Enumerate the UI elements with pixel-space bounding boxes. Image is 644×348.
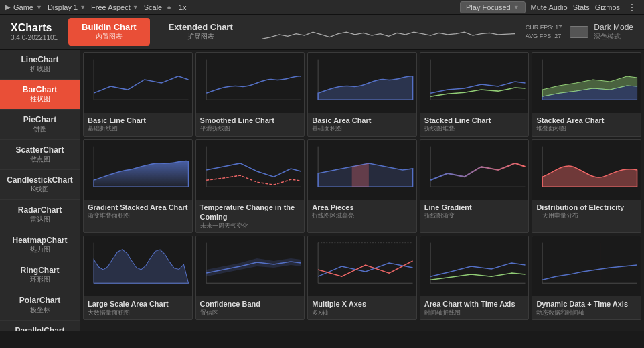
chart-card-area_stack[interactable]: Stacked Area Chart堆叠面积图 [532,52,641,137]
play-focused-button[interactable]: Play Focused ▼ [460,1,526,13]
brand-logo: XCharts 3.4.0-20221101 [11,22,58,41]
play-focused-label: Play Focused [466,3,511,11]
sidebar-zh: 散点图 [7,155,73,164]
scale-label: Scale [144,3,163,11]
chart-preview-confidence [196,236,305,296]
chart-card-temp[interactable]: Temperature Change in the Coming未来一周天气变化 [195,139,305,233]
mute-label: Mute Audio [531,3,568,11]
game-icon: ▶ [5,3,11,11]
tab-extended[interactable]: Extended Chart 扩展图表 [155,18,246,46]
sidebar-zh: 雷达图 [7,215,73,224]
dark-mode-checkbox[interactable] [570,26,588,38]
brand-title: XCharts [11,22,58,34]
chart-zh: 未来一周天气变化 [200,222,301,230]
chart-en: Dynamic Data + Time Axis [536,299,637,309]
sidebar-zh: 饼图 [7,124,73,134]
sidebar-item-ringchart[interactable]: RingChart环形图 [0,260,80,290]
sidebar-en: RadarChart [7,205,73,215]
chart-info-temp: Temperature Change in the Coming未来一周天气变化 [196,200,305,232]
chart-card-dynamic[interactable]: Dynamic Data + Time Axis动态数据和时间轴 [532,236,641,320]
game-menu[interactable]: ▶ Game ▼ [5,3,42,11]
sidebar-item-barchart[interactable]: BarChart柱状图 [0,80,80,110]
chart-en: Basic Area Chart [312,116,412,125]
chart-info-line_stack: Stacked Line Chart折线图堆叠 [420,113,529,136]
chart-info-electricity: Distribution of Electricity一天用电量分布 [532,200,641,223]
chart-preview-line_smooth [196,53,305,113]
sidebar-item-piechart[interactable]: PieChart饼图 [0,110,80,140]
chart-zh: 折线图区域高亮 [312,212,412,220]
dark-mode-sublabel: 深色模式 [594,32,633,41]
chart-card-area_basic[interactable]: Basic Area Chart基础面积图 [307,52,417,137]
chart-card-large_area[interactable]: Large Scale Area Chart大数据量面积图 [83,236,193,320]
sidebar-en: PieChart [7,115,73,124]
more-options-button[interactable]: ⋮ [625,3,639,12]
chart-preview-temp [196,140,305,200]
chart-card-electricity[interactable]: Distribution of Electricity一天用电量分布 [532,139,641,233]
chart-preview-area_basic [308,53,416,113]
chart-en: Distribution of Electricity [536,203,637,212]
chart-card-area_gradient[interactable]: Gradient Stacked Area Chart渐变堆叠面积图 [83,139,193,233]
mute-audio-button[interactable]: Mute Audio [531,3,568,11]
chart-preview-area_pieces [308,140,416,200]
game-label: Game [13,3,33,11]
sidebar-item-linechart[interactable]: LineChart折线图 [0,50,80,80]
sidebar-zh: 极坐标 [7,305,73,315]
sidebar-item-scatterchart[interactable]: ScatterChart散点图 [0,140,80,170]
chart-preview-dynamic [532,236,641,296]
sidebar-item-parallelchart[interactable]: ParallelChart平行坐标 [0,321,80,331]
chart-card-confidence[interactable]: Confidence Band置信区 [195,236,305,320]
chart-card-line_basic[interactable]: Basic Line Chart基础折线图 [83,52,193,137]
stats-label: Stats [573,3,590,11]
sidebar-zh: K线图 [7,185,73,194]
chart-card-line_gradient[interactable]: Line Gradient折线图渐变 [420,139,530,233]
chart-preview-area_gradient [84,140,192,200]
chart-info-time_axis: Area Chart with Time Axis时间轴折线图 [420,296,529,319]
sidebar-en: ParallelChart [7,326,73,331]
sidebar-en: BarChart [7,85,73,94]
gizmos-button[interactable]: Gizmos [595,3,620,11]
chart-card-line_smooth[interactable]: Smoothed Line Chart平滑折线图 [195,52,305,137]
chart-en: Line Gradient [424,203,525,212]
sidebar-en: PolarChart [7,296,73,305]
aspect-dropdown[interactable]: Free Aspect ▼ [91,3,139,11]
sidebar-zh: 热力图 [7,245,73,254]
dark-mode-label: Dark Mode [594,23,633,32]
dark-mode-toggle[interactable]: Dark Mode 深色模式 [570,23,633,41]
sidebar-item-polarchart[interactable]: PolarChart极坐标 [0,290,80,321]
chart-zh: 渐变堆叠面积图 [88,212,188,220]
chart-info-large_area: Large Scale Area Chart大数据量面积图 [84,296,192,319]
sidebar-item-candlestickchart[interactable]: CandlestickChartK线图 [0,170,80,200]
display-dropdown[interactable]: Display 1 ▼ [48,3,86,11]
chart-en: Temperature Change in the Coming [200,203,301,222]
chart-info-area_basic: Basic Area Chart基础面积图 [308,113,416,136]
stats-button[interactable]: Stats [573,3,590,11]
chart-card-time_axis[interactable]: Area Chart with Time Axis时间轴折线图 [420,236,530,320]
chart-zh: 基础折线图 [88,125,188,133]
tab-buildin[interactable]: Buildin Chart 内置图表 [68,18,150,46]
chart-zh: 动态数据和时间轴 [536,309,637,317]
chart-info-area_gradient: Gradient Stacked Area Chart渐变堆叠面积图 [84,200,192,223]
dark-mode-text: Dark Mode 深色模式 [594,23,633,41]
fps-display: CUR FPS: 17 AVG FPS: 27 [526,23,562,40]
chart-grid: Basic Line Chart基础折线图 Smoothed Line Char… [80,50,644,331]
chart-card-multi_x[interactable]: Multiple X Axes多X轴 [307,236,417,320]
chart-preview-line_basic [84,53,192,113]
tab-buildin-sublabel: 内置图表 [82,32,137,41]
brand-subtitle: 3.4.0-20221101 [11,34,58,41]
chart-en: Large Scale Area Chart [88,299,188,309]
sidebar-item-heatmapchart[interactable]: HeatmapChart热力图 [0,230,80,260]
aspect-label: Free Aspect [91,3,131,11]
chart-info-line_basic: Basic Line Chart基础折线图 [84,113,192,136]
sidebar-item-radarchart[interactable]: RadarChart雷达图 [0,200,80,230]
chart-info-confidence: Confidence Band置信区 [196,296,305,319]
chart-zh: 时间轴折线图 [424,309,525,317]
chart-card-area_pieces[interactable]: Area Pieces折线图区域高亮 [307,139,417,233]
chart-card-line_stack[interactable]: Stacked Line Chart折线图堆叠 [420,52,530,137]
sidebar: LineChart折线图BarChart柱状图PieChart饼图Scatter… [0,50,80,331]
chart-zh: 堆叠面积图 [536,125,637,133]
tab-buildin-label: Buildin Chart [82,22,137,32]
display-arrow: ▼ [80,4,86,11]
game-dropdown-arrow: ▼ [36,4,42,11]
chart-preview-time_axis [420,236,529,296]
gizmos-label: Gizmos [595,3,620,11]
